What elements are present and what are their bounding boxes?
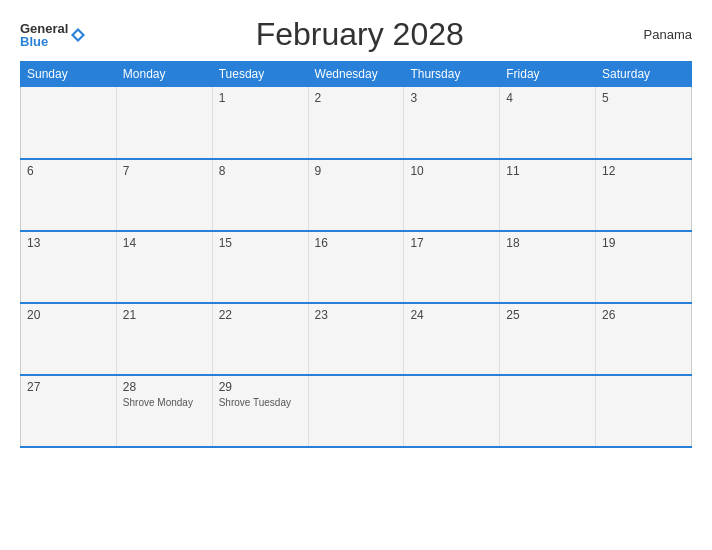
calendar-cell: 2 <box>308 87 404 159</box>
day-number: 18 <box>506 236 589 250</box>
day-number: 7 <box>123 164 206 178</box>
calendar-cell: 10 <box>404 159 500 231</box>
calendar-cell: 18 <box>500 231 596 303</box>
calendar-event: Shrove Monday <box>123 396 206 409</box>
day-number: 16 <box>315 236 398 250</box>
day-number: 22 <box>219 308 302 322</box>
header: General Blue February 2028 Panama <box>20 16 692 53</box>
calendar-cell: 6 <box>21 159 117 231</box>
country-label: Panama <box>632 27 692 42</box>
calendar-cell: 3 <box>404 87 500 159</box>
calendar-cell: 7 <box>116 159 212 231</box>
day-number: 29 <box>219 380 302 394</box>
day-number: 27 <box>27 380 110 394</box>
calendar-cell: 29Shrove Tuesday <box>212 375 308 447</box>
day-number: 17 <box>410 236 493 250</box>
calendar-cell: 19 <box>596 231 692 303</box>
calendar-cell <box>404 375 500 447</box>
calendar-cell: 23 <box>308 303 404 375</box>
calendar-page: General Blue February 2028 Panama Sunday… <box>0 0 712 550</box>
day-number: 8 <box>219 164 302 178</box>
calendar-cell: 21 <box>116 303 212 375</box>
calendar-cell: 5 <box>596 87 692 159</box>
day-number: 15 <box>219 236 302 250</box>
calendar-cell <box>596 375 692 447</box>
calendar-cell <box>500 375 596 447</box>
day-number: 9 <box>315 164 398 178</box>
logo-general-text: General <box>20 22 68 35</box>
calendar-cell: 24 <box>404 303 500 375</box>
calendar-event: Shrove Tuesday <box>219 396 302 409</box>
day-number: 13 <box>27 236 110 250</box>
day-number: 5 <box>602 91 685 105</box>
calendar-cell: 22 <box>212 303 308 375</box>
calendar-cell: 17 <box>404 231 500 303</box>
calendar-cell: 20 <box>21 303 117 375</box>
calendar-cell: 16 <box>308 231 404 303</box>
day-number: 4 <box>506 91 589 105</box>
calendar-cell: 14 <box>116 231 212 303</box>
calendar-cell: 8 <box>212 159 308 231</box>
day-number: 11 <box>506 164 589 178</box>
calendar-table: SundayMondayTuesdayWednesdayThursdayFrid… <box>20 61 692 448</box>
logo-blue-text: Blue <box>20 35 68 48</box>
calendar-cell: 13 <box>21 231 117 303</box>
calendar-week-row: 6789101112 <box>21 159 692 231</box>
col-header-sunday: Sunday <box>21 62 117 87</box>
col-header-wednesday: Wednesday <box>308 62 404 87</box>
day-number: 28 <box>123 380 206 394</box>
calendar-cell <box>116 87 212 159</box>
day-number: 2 <box>315 91 398 105</box>
day-number: 21 <box>123 308 206 322</box>
calendar-cell: 15 <box>212 231 308 303</box>
col-header-thursday: Thursday <box>404 62 500 87</box>
day-number: 19 <box>602 236 685 250</box>
month-title: February 2028 <box>87 16 632 53</box>
calendar-week-row: 13141516171819 <box>21 231 692 303</box>
day-number: 24 <box>410 308 493 322</box>
calendar-cell: 9 <box>308 159 404 231</box>
day-number: 25 <box>506 308 589 322</box>
day-number: 1 <box>219 91 302 105</box>
calendar-week-row: 12345 <box>21 87 692 159</box>
calendar-cell: 11 <box>500 159 596 231</box>
day-number: 10 <box>410 164 493 178</box>
logo-icon <box>69 26 87 44</box>
day-number: 23 <box>315 308 398 322</box>
day-number: 6 <box>27 164 110 178</box>
calendar-week-row: 20212223242526 <box>21 303 692 375</box>
calendar-header-row: SundayMondayTuesdayWednesdayThursdayFrid… <box>21 62 692 87</box>
calendar-cell: 25 <box>500 303 596 375</box>
logo: General Blue <box>20 22 87 48</box>
col-header-saturday: Saturday <box>596 62 692 87</box>
calendar-cell: 12 <box>596 159 692 231</box>
calendar-cell <box>308 375 404 447</box>
calendar-cell: 28Shrove Monday <box>116 375 212 447</box>
day-number: 20 <box>27 308 110 322</box>
col-header-monday: Monday <box>116 62 212 87</box>
calendar-cell: 4 <box>500 87 596 159</box>
calendar-cell: 26 <box>596 303 692 375</box>
calendar-week-row: 2728Shrove Monday29Shrove Tuesday <box>21 375 692 447</box>
col-header-tuesday: Tuesday <box>212 62 308 87</box>
calendar-cell: 27 <box>21 375 117 447</box>
day-number: 12 <box>602 164 685 178</box>
day-number: 14 <box>123 236 206 250</box>
day-number: 3 <box>410 91 493 105</box>
calendar-cell <box>21 87 117 159</box>
day-number: 26 <box>602 308 685 322</box>
col-header-friday: Friday <box>500 62 596 87</box>
calendar-cell: 1 <box>212 87 308 159</box>
